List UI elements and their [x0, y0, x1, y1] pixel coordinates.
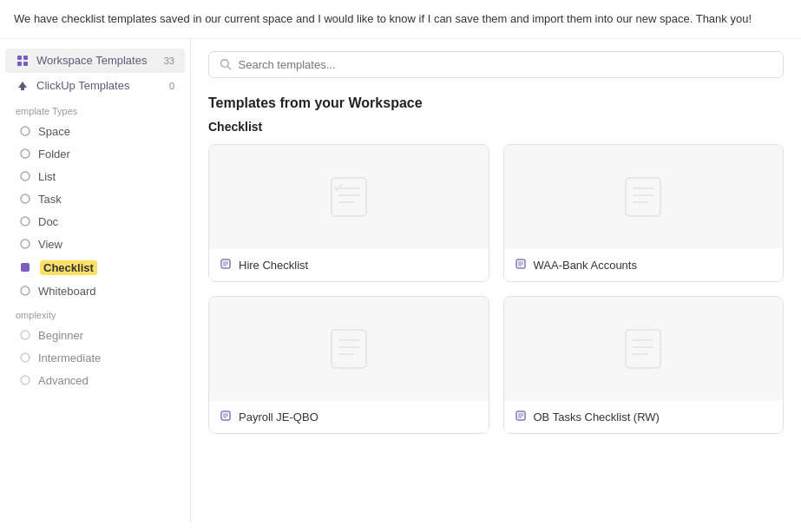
template-name-waa-bank-accounts: WAA-Bank Accounts: [534, 259, 637, 272]
templates-grid: Hire Checklist: [208, 144, 784, 434]
template-footer-ob-tasks-checklist: OB Tasks Checklist (RW): [504, 401, 784, 433]
type-label-beginner: Beginner: [38, 329, 83, 342]
svg-point-11: [21, 286, 30, 295]
type-label-advanced: Advanced: [38, 374, 89, 387]
template-type-icon: [220, 258, 232, 273]
type-item-checklist[interactable]: Checklist: [5, 256, 185, 279]
type-icon-checklist: [19, 261, 31, 273]
main-content: Templates from your Workspace Checklist: [191, 39, 801, 522]
template-footer-hire-checklist: Hire Checklist: [209, 249, 489, 281]
type-label-task: Task: [38, 193, 62, 206]
svg-rect-2: [17, 62, 22, 66]
workspace-templates-label: Workspace Templates: [36, 54, 157, 67]
template-type-icon-4: [515, 410, 527, 424]
type-icon-beginner: [19, 329, 31, 341]
search-bar-wrapper: [208, 39, 784, 87]
category-title: Checklist: [208, 120, 784, 134]
svg-rect-3: [23, 62, 28, 66]
checklist-placeholder-icon-4: [617, 323, 669, 375]
type-item-list[interactable]: List: [5, 166, 185, 187]
section-title: Templates from your Workspace: [208, 95, 784, 111]
svg-point-14: [21, 376, 30, 384]
type-label-whiteboard: Whiteboard: [38, 285, 95, 298]
search-bar: [208, 51, 784, 78]
template-name-ob-tasks-checklist: OB Tasks Checklist (RW): [534, 410, 660, 424]
template-type-icon-2: [515, 258, 527, 273]
template-footer-payroll-je-qbo: Payroll JE-QBO: [209, 401, 489, 433]
type-icon-task: [19, 193, 31, 205]
template-card-hire-checklist[interactable]: Hire Checklist: [208, 144, 489, 282]
clickup-icon: [16, 79, 30, 93]
type-item-view[interactable]: View: [5, 233, 185, 255]
template-thumbnail-waa-bank-accounts: [504, 145, 784, 249]
type-item-task[interactable]: Task: [5, 188, 185, 210]
type-item-folder[interactable]: Folder: [5, 143, 185, 165]
sidebar-item-workspace-templates[interactable]: Workspace Templates 33: [5, 49, 185, 73]
top-banner: We have checklist templates saved in our…: [0, 0, 801, 39]
complexity-heading: omplexity: [0, 303, 190, 324]
svg-point-12: [21, 331, 30, 339]
banner-text: We have checklist templates saved in our…: [14, 12, 752, 25]
type-label-folder: Folder: [38, 148, 70, 161]
template-thumbnail-hire-checklist: [209, 145, 489, 249]
workspace-templates-count: 33: [164, 56, 174, 66]
svg-point-4: [21, 127, 30, 135]
sidebar-item-clickup-templates[interactable]: ClickUp Templates 0: [5, 74, 185, 98]
svg-rect-33: [332, 330, 366, 368]
sidebar: Workspace Templates 33 ClickUp Templates…: [0, 39, 191, 522]
svg-point-8: [21, 217, 30, 226]
svg-point-5: [21, 149, 30, 158]
svg-rect-1: [23, 56, 28, 60]
clickup-templates-label: ClickUp Templates: [36, 79, 162, 92]
svg-point-9: [21, 240, 30, 248]
svg-point-13: [21, 353, 30, 362]
type-label-intermediate: Intermediate: [38, 351, 101, 365]
template-card-waa-bank-accounts[interactable]: WAA-Bank Accounts: [503, 144, 785, 282]
svg-rect-10: [21, 263, 30, 272]
template-name-hire-checklist: Hire Checklist: [239, 259, 308, 272]
type-item-whiteboard[interactable]: Whiteboard: [5, 280, 185, 302]
type-label-list: List: [38, 170, 56, 183]
type-label-space: Space: [38, 125, 70, 138]
svg-point-6: [21, 172, 30, 181]
template-types-heading: emplate Types: [0, 99, 190, 120]
template-thumbnail-payroll-je-qbo: [209, 297, 489, 401]
type-icon-view: [19, 238, 31, 250]
type-item-advanced[interactable]: Advanced: [5, 370, 185, 391]
svg-rect-41: [626, 330, 660, 368]
template-footer-waa-bank-accounts: WAA-Bank Accounts: [504, 249, 784, 281]
svg-point-7: [21, 194, 30, 203]
search-input[interactable]: [239, 58, 772, 71]
type-item-space[interactable]: Space: [5, 121, 185, 142]
svg-rect-25: [626, 178, 660, 216]
type-item-doc[interactable]: Doc: [5, 211, 185, 233]
type-label-checklist: Checklist: [40, 260, 97, 275]
type-item-intermediate[interactable]: Intermediate: [5, 347, 185, 369]
clickup-templates-count: 0: [169, 81, 174, 91]
search-icon: [220, 58, 232, 70]
svg-line-16: [227, 66, 230, 69]
type-item-beginner[interactable]: Beginner: [5, 325, 185, 346]
type-icon-doc: [19, 215, 31, 227]
type-icon-list: [19, 170, 31, 182]
type-label-doc: Doc: [38, 215, 58, 228]
type-icon-space: [19, 125, 31, 137]
type-icon-whiteboard: [19, 285, 31, 297]
template-card-payroll-je-qbo[interactable]: Payroll JE-QBO: [208, 296, 489, 434]
template-thumbnail-ob-tasks-checklist: [504, 297, 784, 401]
workspace-icon: [16, 54, 30, 68]
checklist-placeholder-icon-2: [617, 171, 669, 223]
template-name-payroll-je-qbo: Payroll JE-QBO: [239, 410, 318, 424]
type-label-view: View: [38, 238, 62, 251]
checklist-placeholder-icon: [323, 171, 375, 223]
svg-rect-17: [332, 178, 366, 216]
template-card-ob-tasks-checklist[interactable]: OB Tasks Checklist (RW): [503, 296, 785, 434]
checklist-placeholder-icon-3: [323, 323, 375, 375]
type-icon-intermediate: [19, 351, 31, 364]
type-icon-advanced: [19, 374, 31, 386]
template-type-icon-3: [220, 410, 232, 424]
type-icon-folder: [19, 148, 31, 160]
svg-rect-0: [17, 56, 22, 60]
